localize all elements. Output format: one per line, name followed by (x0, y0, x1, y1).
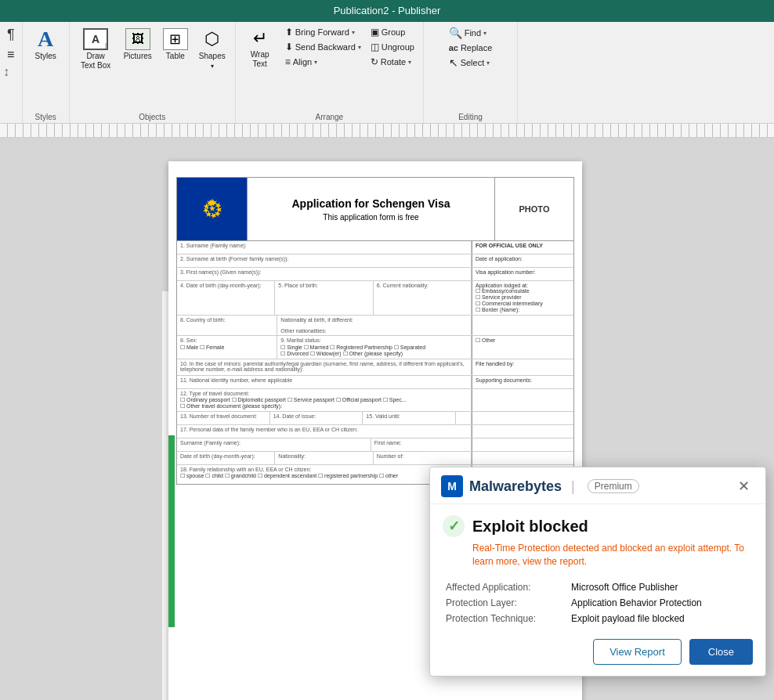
table-row: Protection Technique: Exploit payload fi… (443, 611, 753, 626)
arrange-items: ↵ WrapText ⬆ Bring Forward ▾ ⬇ Send Back… (241, 25, 418, 120)
malwarebytes-popup: M Malwarebytes | Premium ✕ ✓ Exploit blo… (429, 467, 766, 677)
shapes-label: Shapes▾ (199, 52, 226, 70)
rotate-button[interactable]: ↻ Rotate ▾ (367, 55, 418, 69)
bring-forward-arrow: ▾ (352, 29, 355, 36)
form-row-family: 17. Personal data of the family member w… (177, 425, 573, 438)
pictures-button[interactable]: 🖼 Pictures (119, 25, 157, 64)
arrange-col2: ▣ Group ◫ Ungroup ↻ Rotate ▾ (367, 25, 418, 80)
wrap-text-button[interactable]: ↵ WrapText (241, 25, 280, 72)
table-label: Table (166, 52, 185, 61)
popup-close-button[interactable]: ✕ (733, 478, 754, 495)
select-button[interactable]: ↖ Select ▾ (445, 55, 497, 70)
arrange-col: ⬆ Bring Forward ▾ ⬇ Send Backward ▾ ≡ Al… (281, 25, 365, 80)
official-empty2 (472, 412, 573, 424)
ribbon-group-styles: A Styles Styles (23, 22, 70, 123)
form-row-country-birth: 8. Country of birth: Nationality at birt… (177, 316, 573, 336)
field-national-id: 11. National identity number, where appl… (177, 376, 472, 388)
field-col-extra (456, 412, 472, 424)
draw-text-box-button[interactable]: A | DrawText Box (74, 25, 118, 74)
bring-forward-label: Bring Forward (295, 27, 349, 37)
wrap-text-label: WrapText (251, 50, 269, 69)
group-label: Group (382, 27, 406, 37)
malwarebytes-logo-text: Malwarebytes (469, 478, 562, 495)
malwarebytes-icon: M (441, 475, 463, 497)
field-travel-doc: 12. Type of travel document: ☐ Ordinary … (177, 389, 472, 411)
field-minors: 10. In the case of minors: parental auth… (177, 359, 472, 375)
field-fam-num: Number of: (374, 452, 472, 464)
ribbon-group-editing: 🔍 Find ▾ ac Replace ↖ Select ▾ (424, 22, 518, 123)
file-handled (472, 316, 573, 335)
detail-key-1: Affected Application: (443, 579, 568, 595)
green-bar-indicator (168, 435, 175, 627)
ribbon-group-paragraph: ¶ ≡ ↕ (0, 22, 23, 123)
align-button[interactable]: ≡ Align ▾ (281, 55, 365, 69)
pictures-label: Pictures (124, 52, 152, 61)
paragraph-button[interactable]: ¶ (3, 25, 19, 45)
editing-items: 🔍 Find ▾ ac Replace ↖ Select ▾ (445, 25, 497, 120)
wrap-text-icon: ↵ (253, 28, 267, 49)
exploit-header: ✓ Exploit blocked (443, 515, 753, 537)
replace-icon: ac (449, 43, 458, 52)
bring-forward-icon: ⬆ (285, 27, 293, 38)
supporting-docs: Supporting documents: (472, 376, 573, 388)
styles-label: Styles (35, 52, 56, 61)
align-icon: ≡ (285, 56, 291, 67)
field-date-issue: 14. Date of issue: (270, 412, 363, 424)
table-icon: ⊞ (163, 28, 188, 50)
styles-icon: A (38, 28, 53, 50)
objects-items: A | DrawText Box 🖼 Pictures ⊞ Table (74, 25, 230, 120)
file-handled-box: File handled by: (472, 359, 573, 375)
find-label: Find (465, 28, 481, 38)
ruler-marks (0, 124, 774, 137)
rotate-arrow: ▾ (408, 59, 411, 66)
app-title: Publication2 - Publisher (334, 5, 441, 16)
shapes-button[interactable]: ⬡ Shapes▾ (194, 25, 230, 74)
spacing-button[interactable]: ↕ (3, 65, 9, 79)
styles-button[interactable]: A Styles (28, 25, 63, 64)
popup-titlebar: M Malwarebytes | Premium ✕ (430, 467, 765, 504)
check-icon: ✓ (443, 515, 465, 537)
editing-col: 🔍 Find ▾ ac Replace ↖ Select ▾ (445, 25, 497, 81)
eu-flag-box (177, 178, 248, 240)
rotate-label: Rotate (381, 57, 406, 67)
ribbon: ¶ ≡ ↕ A Styles Styles (0, 22, 774, 124)
arrange-group-label: Arrange (236, 113, 423, 121)
find-button[interactable]: 🔍 Find ▾ (445, 25, 497, 41)
align-arrow: ▾ (314, 59, 317, 66)
send-backward-button[interactable]: ⬇ Send Backward ▾ (281, 40, 365, 54)
field-fam-rel: 18. Family relationship with an EU, EEA … (177, 465, 472, 484)
form-row-firstname: 3. First name(s) (Given name(s)): Visa a… (177, 268, 573, 281)
bring-forward-button[interactable]: ⬆ Bring Forward ▾ (281, 25, 365, 39)
form-row-travel-nums: 13. Number of travel document: 14. Date … (177, 412, 573, 425)
form-row-minors: 10. In the case of minors: parental auth… (177, 359, 573, 376)
app-lodged: Application lodged at: ☐ Embassy/consula… (472, 281, 573, 315)
ungroup-button[interactable]: ◫ Ungroup (367, 40, 418, 54)
view-report-button[interactable]: View Report (593, 639, 682, 665)
select-arrow: ▾ (486, 60, 490, 67)
detail-table: Affected Application: Microsoft Office P… (443, 579, 753, 626)
photo-box: PHOTO (495, 178, 573, 240)
indent-button[interactable]: ≡ (3, 46, 18, 63)
send-backward-icon: ⬇ (285, 41, 293, 52)
field-travel-num: 13. Number of travel document: (177, 412, 270, 424)
title-bar: Publication2 - Publisher (0, 0, 774, 22)
replace-button[interactable]: ac Replace (445, 41, 497, 54)
form-title-area: Application for Schengen Visa This appli… (248, 178, 495, 240)
select-label: Select (461, 58, 485, 67)
close-button[interactable]: Close (689, 639, 753, 665)
field-sex: 8. Sex: ☐ Male ☐ Female (177, 336, 277, 359)
find-arrow: ▾ (483, 30, 486, 37)
field-valid-until: 15. Valid until: (363, 412, 456, 424)
field-nat-birth: Nationality at birth, if different: Othe… (277, 316, 472, 335)
detail-value-1: Microsoft Office Publisher (568, 579, 753, 595)
field-family: 17. Personal data of the family member w… (177, 425, 472, 438)
table-button[interactable]: ⊞ Table (158, 25, 193, 64)
form-row-national-id: 11. National identity number, where appl… (177, 376, 573, 389)
detail-key-3: Protection Technique: (443, 611, 568, 626)
form-subtitle: This application form is free (323, 213, 418, 222)
paragraph-items: ¶ ≡ ↕ (3, 25, 19, 120)
send-backward-label: Send Backward (295, 42, 356, 52)
official-empty (472, 389, 573, 411)
group-button[interactable]: ▣ Group (367, 25, 418, 39)
field-dob: 4. Date of birth (day-month-year): (177, 281, 275, 315)
